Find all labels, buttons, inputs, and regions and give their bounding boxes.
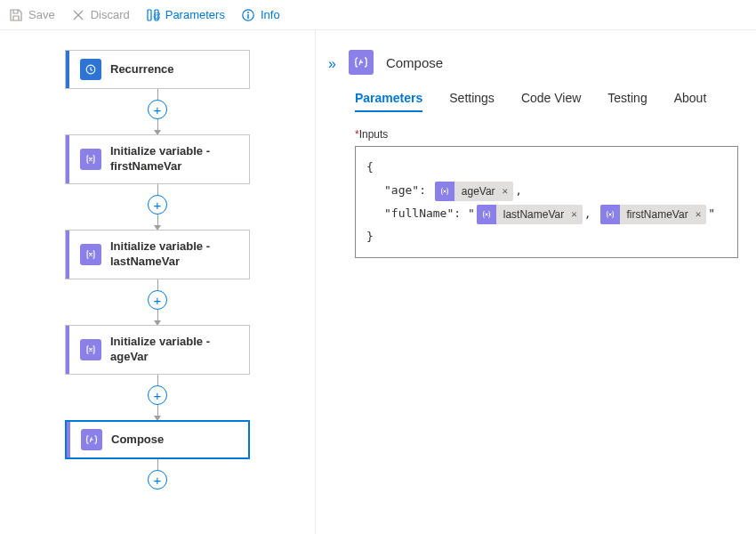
tab-about[interactable]: About [674, 91, 707, 112]
clock-icon [80, 59, 101, 80]
tab-testing[interactable]: Testing [607, 91, 647, 112]
add-step-button[interactable]: + [148, 100, 167, 119]
save-label: Save [28, 8, 55, 21]
save-button[interactable]: Save [9, 8, 55, 22]
flow-canvas: Recurrence+Initialize variable - firstNa… [0, 30, 316, 534]
connector: + [148, 375, 167, 420]
step-label: Initialize variable - firstNameVar [110, 144, 240, 174]
connector: + [148, 459, 167, 490]
card-stripe [66, 231, 69, 279]
step-label: Initialize variable - ageVar [110, 335, 240, 365]
parameters-button[interactable]: @ Parameters [146, 8, 225, 22]
panel-tabs: ParametersSettingsCode ViewTestingAbout [328, 91, 738, 112]
panel-title: Compose [386, 55, 443, 70]
token-remove[interactable]: ✕ [571, 205, 583, 224]
discard-button[interactable]: Discard [71, 8, 130, 22]
svg-text:@: @ [153, 12, 160, 20]
flow-step[interactable]: Initialize variable - ageVar [65, 325, 250, 375]
parameters-icon: @ [146, 8, 160, 22]
svg-rect-5 [247, 14, 248, 19]
parameters-label: Parameters [165, 8, 225, 21]
card-stripe [66, 135, 69, 183]
token-lastNameVar[interactable]: lastNameVar✕ [477, 205, 583, 224]
discard-icon [71, 8, 85, 22]
flow-step[interactable]: Initialize variable - firstNameVar [65, 134, 250, 184]
flow-step[interactable]: Initialize variable - lastNameVar [65, 230, 250, 279]
flow-step[interactable]: Recurrence [65, 50, 250, 89]
tab-parameters[interactable]: Parameters [355, 91, 422, 112]
fx-icon [80, 149, 101, 170]
json-line-fullname: "fullName": "lastNameVar✕, firstNameVar✕… [366, 202, 727, 225]
tab-settings[interactable]: Settings [449, 91, 495, 112]
step-label: Initialize variable - lastNameVar [110, 239, 240, 270]
add-step-button[interactable]: + [148, 385, 167, 405]
tab-code-view[interactable]: Code View [521, 91, 581, 112]
toolbar: Save Discard @ Parameters Info [0, 0, 756, 30]
compose-icon [81, 429, 102, 450]
info-label: Info [261, 8, 280, 21]
variable-icon [600, 205, 620, 224]
details-panel: » Compose ParametersSettingsCode ViewTes… [316, 30, 756, 534]
connector: + [148, 279, 167, 325]
compose-icon [349, 50, 374, 75]
fx-icon [80, 244, 101, 265]
connector: + [148, 184, 167, 230]
info-button[interactable]: Info [241, 8, 280, 22]
token-firstNameVar[interactable]: firstNameVar✕ [600, 205, 707, 224]
variable-icon [435, 182, 454, 201]
json-open: { [366, 156, 727, 179]
variable-icon [477, 205, 496, 224]
add-step-button[interactable]: + [148, 470, 167, 490]
token-remove[interactable]: ✕ [696, 205, 707, 224]
discard-label: Discard [91, 8, 130, 21]
svg-point-4 [247, 12, 249, 13]
step-label: Compose [111, 433, 164, 448]
fx-icon [80, 339, 101, 360]
json-line-age: "age": ageVar✕, [366, 179, 727, 202]
save-icon [9, 8, 23, 22]
add-step-button[interactable]: + [148, 195, 167, 214]
flow-step[interactable]: Compose [65, 420, 250, 459]
card-stripe [67, 422, 70, 457]
add-step-button[interactable]: + [148, 290, 167, 310]
card-stripe [66, 51, 69, 88]
collapse-chevron-icon[interactable]: » [328, 56, 336, 72]
card-stripe [66, 326, 69, 374]
json-close: } [366, 225, 727, 248]
step-label: Recurrence [110, 62, 174, 77]
inputs-field-label: *Inputs [328, 128, 738, 141]
inputs-editor[interactable]: { "age": ageVar✕, "fullName": "lastNameV… [355, 146, 738, 258]
info-icon [241, 8, 255, 22]
connector: + [148, 89, 167, 134]
token-ageVar[interactable]: ageVar✕ [435, 182, 513, 201]
svg-rect-0 [148, 10, 151, 20]
token-remove[interactable]: ✕ [503, 182, 514, 201]
